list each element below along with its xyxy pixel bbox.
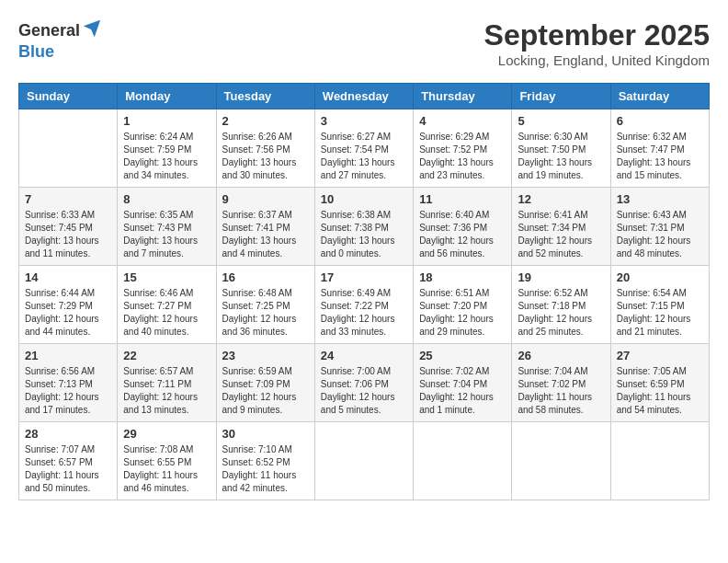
cell-info-text: Sunrise: 7:05 AMSunset: 6:59 PMDaylight:… [617,365,703,417]
calendar-cell: 28Sunrise: 7:07 AMSunset: 6:57 PMDayligh… [19,422,118,500]
cell-info-text: Sunrise: 6:30 AMSunset: 7:50 PMDaylight:… [518,131,604,182]
calendar-cell: 13Sunrise: 6:43 AMSunset: 7:31 PMDayligh… [610,188,709,266]
calendar-cell: 7Sunrise: 6:33 AMSunset: 7:45 PMDaylight… [19,188,118,266]
title-block: September 2025 Locking, England, United … [484,18,710,68]
cell-date-number: 11 [419,192,506,206]
calendar-cell: 15Sunrise: 6:46 AMSunset: 7:27 PMDayligh… [118,266,216,344]
cell-date-number: 9 [222,192,309,206]
cell-info-text: Sunrise: 7:10 AMSunset: 6:52 PMDaylight:… [222,443,309,495]
cell-date-number: 13 [617,192,703,206]
calendar-week-row: 14Sunrise: 6:44 AMSunset: 7:29 PMDayligh… [19,266,710,344]
calendar-cell: 20Sunrise: 6:54 AMSunset: 7:15 PMDayligh… [610,266,709,344]
cell-info-text: Sunrise: 6:27 AMSunset: 7:54 PMDaylight:… [321,131,407,182]
calendar-cell: 8Sunrise: 6:35 AMSunset: 7:43 PMDaylight… [118,188,216,266]
calendar-cell [19,109,118,188]
cell-date-number: 23 [222,349,309,362]
cell-date-number: 14 [25,270,111,284]
calendar-cell [610,422,709,500]
cell-date-number: 18 [419,270,506,284]
cell-info-text: Sunrise: 7:00 AMSunset: 7:06 PMDaylight:… [321,365,407,417]
calendar-week-row: 21Sunrise: 6:56 AMSunset: 7:13 PMDayligh… [19,344,710,422]
calendar-cell: 16Sunrise: 6:48 AMSunset: 7:25 PMDayligh… [216,266,314,344]
cell-date-number: 12 [518,192,604,206]
calendar-cell: 10Sunrise: 6:38 AMSunset: 7:38 PMDayligh… [314,188,413,266]
cell-date-number: 17 [321,270,407,284]
cell-info-text: Sunrise: 6:57 AMSunset: 7:11 PMDaylight:… [123,365,210,417]
cell-date-number: 24 [321,349,407,362]
calendar-cell: 23Sunrise: 6:59 AMSunset: 7:09 PMDayligh… [216,344,314,422]
cell-info-text: Sunrise: 7:02 AMSunset: 7:04 PMDaylight:… [419,365,506,417]
cell-date-number: 10 [321,192,407,206]
calendar-cell: 26Sunrise: 7:04 AMSunset: 7:02 PMDayligh… [512,344,610,422]
logo-blue: Blue [18,43,102,62]
cell-date-number: 29 [123,427,210,441]
weekday-header-saturday: Saturday [610,84,709,109]
logo-general: General [18,22,80,40]
cell-date-number: 20 [617,270,703,284]
calendar-week-row: 1Sunrise: 6:24 AMSunset: 7:59 PMDaylight… [19,109,710,188]
calendar-cell: 4Sunrise: 6:29 AMSunset: 7:52 PMDaylight… [414,109,512,188]
cell-date-number: 30 [222,427,309,441]
calendar-cell: 24Sunrise: 7:00 AMSunset: 7:06 PMDayligh… [314,344,413,422]
cell-date-number: 2 [222,114,309,128]
calendar-cell: 6Sunrise: 6:32 AMSunset: 7:47 PMDaylight… [610,109,709,188]
cell-info-text: Sunrise: 6:59 AMSunset: 7:09 PMDaylight:… [222,365,309,417]
calendar-cell [414,422,512,500]
cell-info-text: Sunrise: 6:46 AMSunset: 7:27 PMDaylight:… [123,287,210,339]
cell-date-number: 28 [25,427,111,441]
cell-date-number: 3 [321,114,407,128]
cell-date-number: 4 [419,114,506,128]
calendar-cell: 14Sunrise: 6:44 AMSunset: 7:29 PMDayligh… [19,266,118,344]
weekday-header-tuesday: Tuesday [216,84,314,109]
cell-info-text: Sunrise: 7:07 AMSunset: 6:57 PMDaylight:… [25,443,111,495]
cell-info-text: Sunrise: 6:38 AMSunset: 7:38 PMDaylight:… [321,209,407,260]
cell-info-text: Sunrise: 6:52 AMSunset: 7:18 PMDaylight:… [518,287,604,339]
calendar-cell: 5Sunrise: 6:30 AMSunset: 7:50 PMDaylight… [512,109,610,188]
cell-info-text: Sunrise: 6:33 AMSunset: 7:45 PMDaylight:… [25,209,111,260]
calendar-table: SundayMondayTuesdayWednesdayThursdayFrid… [18,83,710,500]
cell-info-text: Sunrise: 6:43 AMSunset: 7:31 PMDaylight:… [617,209,703,260]
weekday-header-wednesday: Wednesday [314,84,413,109]
cell-info-text: Sunrise: 7:08 AMSunset: 6:55 PMDaylight:… [123,443,210,495]
calendar-cell: 25Sunrise: 7:02 AMSunset: 7:04 PMDayligh… [414,344,512,422]
calendar-cell: 22Sunrise: 6:57 AMSunset: 7:11 PMDayligh… [118,344,216,422]
calendar-cell: 12Sunrise: 6:41 AMSunset: 7:34 PMDayligh… [512,188,610,266]
weekday-header-monday: Monday [118,84,216,109]
calendar-cell: 27Sunrise: 7:05 AMSunset: 6:59 PMDayligh… [610,344,709,422]
cell-info-text: Sunrise: 6:56 AMSunset: 7:13 PMDaylight:… [25,365,111,417]
cell-info-text: Sunrise: 6:40 AMSunset: 7:36 PMDaylight:… [419,209,506,260]
calendar-week-row: 7Sunrise: 6:33 AMSunset: 7:45 PMDaylight… [19,188,710,266]
cell-info-text: Sunrise: 6:48 AMSunset: 7:25 PMDaylight:… [222,287,309,339]
calendar-cell: 29Sunrise: 7:08 AMSunset: 6:55 PMDayligh… [118,422,216,500]
cell-info-text: Sunrise: 6:29 AMSunset: 7:52 PMDaylight:… [419,131,506,182]
calendar-cell: 9Sunrise: 6:37 AMSunset: 7:41 PMDaylight… [216,188,314,266]
cell-date-number: 26 [518,349,604,362]
cell-info-text: Sunrise: 6:37 AMSunset: 7:41 PMDaylight:… [222,209,309,260]
cell-date-number: 1 [123,114,210,128]
month-title: September 2025 [484,18,710,52]
calendar-header-row: SundayMondayTuesdayWednesdayThursdayFrid… [19,84,710,109]
weekday-header-thursday: Thursday [414,84,512,109]
cell-date-number: 8 [123,192,210,206]
cell-info-text: Sunrise: 6:54 AMSunset: 7:15 PMDaylight:… [617,287,703,339]
calendar-cell: 1Sunrise: 6:24 AMSunset: 7:59 PMDaylight… [118,109,216,188]
cell-date-number: 7 [25,192,111,206]
cell-date-number: 19 [518,270,604,284]
calendar-cell: 21Sunrise: 6:56 AMSunset: 7:13 PMDayligh… [19,344,118,422]
logo-bird-icon [82,18,102,43]
cell-info-text: Sunrise: 6:49 AMSunset: 7:22 PMDaylight:… [321,287,407,339]
calendar-cell [314,422,413,500]
calendar-cell: 11Sunrise: 6:40 AMSunset: 7:36 PMDayligh… [414,188,512,266]
weekday-header-sunday: Sunday [19,84,118,109]
cell-date-number: 25 [419,349,506,362]
cell-info-text: Sunrise: 6:32 AMSunset: 7:47 PMDaylight:… [617,131,703,182]
cell-date-number: 22 [123,349,210,362]
cell-info-text: Sunrise: 6:41 AMSunset: 7:34 PMDaylight:… [518,209,604,260]
cell-info-text: Sunrise: 7:04 AMSunset: 7:02 PMDaylight:… [518,365,604,417]
calendar-cell: 17Sunrise: 6:49 AMSunset: 7:22 PMDayligh… [314,266,413,344]
cell-date-number: 16 [222,270,309,284]
logo: General Blue [18,18,102,62]
calendar-cell: 2Sunrise: 6:26 AMSunset: 7:56 PMDaylight… [216,109,314,188]
page-header: General Blue September 2025 Locking, Eng… [18,18,710,68]
cell-date-number: 5 [518,114,604,128]
